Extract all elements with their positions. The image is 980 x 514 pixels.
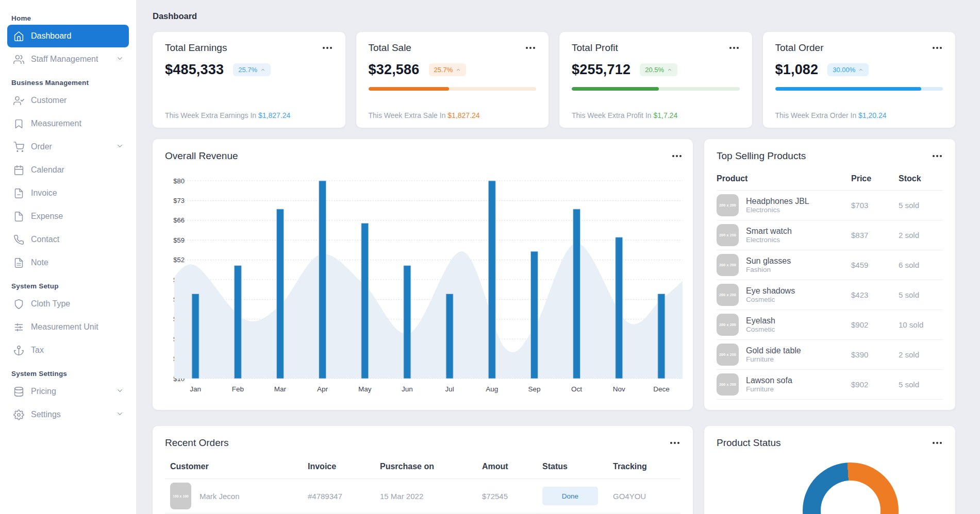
sidebar-item-customer[interactable]: Customer <box>7 89 129 112</box>
product-status-menu-icon[interactable] <box>932 440 943 446</box>
sidebar-item-cloth-type[interactable]: Cloth Type <box>7 293 129 315</box>
page-title: Dashboard <box>153 11 955 21</box>
sidebar-item-label: Cloth Type <box>31 299 70 309</box>
sidebar-item-tax[interactable]: Tax <box>7 339 129 362</box>
middle-row: Overall Revenue $80$73$66$59$52$45$38$31… <box>153 139 955 410</box>
sidebar-item-pricing[interactable]: Pricing <box>7 380 129 403</box>
sidebar-item-order[interactable]: Order <box>7 135 129 158</box>
sidebar-item-measurement-unit[interactable]: Measurement Unit <box>7 316 129 338</box>
product-row-smart-watch: 200 x 200Smart watchElectronics$8372 sol… <box>717 220 943 250</box>
revenue-bar-oct <box>573 209 580 379</box>
product-price: $459 <box>851 261 899 269</box>
stat-card-value: $255,712 <box>572 62 630 78</box>
sidebar-section-label: System Settings <box>7 368 129 380</box>
overall-revenue-menu-icon[interactable] <box>671 153 683 159</box>
sidebar-item-measurement[interactable]: Measurement <box>7 112 129 135</box>
revenue-bar-feb <box>234 266 241 379</box>
product-price: $703 <box>851 201 899 210</box>
order-purchase-on: 15 Mar 2022 <box>380 492 482 501</box>
chevron-down-icon <box>116 142 124 150</box>
product-stock: 6 sold <box>899 261 943 269</box>
sidebar-item-label: Order <box>31 142 52 151</box>
product-category: Electronics <box>746 206 809 214</box>
svg-text:Jul: Jul <box>445 385 454 393</box>
order-invoice: #4789347 <box>308 492 380 501</box>
svg-text:Mar: Mar <box>274 385 287 393</box>
file-text-icon <box>13 258 24 268</box>
stat-card-footer: This Week Extra Earnings In $1,827.24 <box>165 111 290 119</box>
main-content: Dashboard Total Earnings$485,33325.7%Thi… <box>136 0 980 514</box>
shopping-cart-icon <box>13 142 24 152</box>
anchor-icon <box>13 345 24 356</box>
revenue-bar-sep <box>530 251 538 379</box>
sidebar-item-label: Invoice <box>31 189 57 198</box>
top-selling-title: Top Selling Products <box>717 150 806 162</box>
svg-text:Apr: Apr <box>317 385 328 393</box>
sidebar-item-label: Dashboard <box>31 31 71 41</box>
stat-card-total-sale: Total Sale$32,58625.7%This Week Extra Sa… <box>356 32 549 128</box>
sidebar-item-label: Expense <box>31 212 63 221</box>
top-selling-menu-icon[interactable] <box>932 153 943 159</box>
chevron-up-icon <box>456 68 461 72</box>
stat-card-menu-icon[interactable] <box>322 45 333 51</box>
svg-text:$66: $66 <box>173 216 185 224</box>
users-icon <box>13 54 24 65</box>
chevron-up-icon <box>858 68 863 72</box>
product-status-card: Product Status <box>704 426 955 514</box>
product-stock: 5 sold <box>899 380 943 389</box>
sidebar-item-staff-management[interactable]: Staff Management <box>7 48 129 71</box>
recent-orders-card: Recent Orders Customer Invoice Pusrchase… <box>153 426 693 514</box>
product-row-lawson-sofa: 200 x 200Lawson sofaFurniture$9025 sold <box>717 370 943 400</box>
product-price: $390 <box>851 350 899 359</box>
svg-text:$80: $80 <box>173 177 185 185</box>
sidebar-item-expense[interactable]: Expense <box>7 205 129 228</box>
product-stock: 2 sold <box>899 350 943 359</box>
recent-orders-menu-icon[interactable] <box>669 440 680 446</box>
orders-table-header: Customer Invoice Pusrchase on Amout Stat… <box>165 462 680 479</box>
stat-card-title: Total Earnings <box>165 42 227 54</box>
sidebar-item-label: Calendar <box>31 165 64 175</box>
sidebar-item-label: Note <box>31 258 48 267</box>
stat-card-menu-icon[interactable] <box>932 45 943 51</box>
products-table-header: Product Price Stock <box>717 174 943 191</box>
stat-card-progress-bar <box>369 87 537 91</box>
revenue-bar-mar <box>276 209 284 379</box>
revenue-bar-jan <box>192 294 199 379</box>
stat-card-menu-icon[interactable] <box>525 45 536 51</box>
products-table-body: 200 x 200Headphones JBLElectronics$7035 … <box>717 191 943 400</box>
sidebar-item-invoice[interactable]: Invoice <box>7 182 129 204</box>
overall-revenue-title: Overall Revenue <box>165 150 238 162</box>
sidebar-item-settings[interactable]: Settings <box>7 403 129 426</box>
sidebar-item-label: Pricing <box>31 387 56 396</box>
col-status: Status <box>542 462 613 471</box>
product-status-donut <box>803 462 899 514</box>
svg-text:$59: $59 <box>173 236 185 244</box>
col-invoice: Invoice <box>308 462 380 471</box>
sidebar-item-dashboard[interactable]: Dashboard <box>7 25 129 47</box>
svg-text:$52: $52 <box>173 256 185 264</box>
revenue-bar-aug <box>488 181 495 379</box>
product-image-placeholder: 200 x 200 <box>717 284 739 306</box>
svg-text:Jan: Jan <box>190 385 201 393</box>
sidebar-item-label: Staff Management <box>31 55 98 64</box>
stat-card-total-order: Total Order$1,08230.00%This Week Extra O… <box>763 32 956 128</box>
stat-card-menu-icon[interactable] <box>728 45 740 51</box>
stat-card-badge: 30.00% <box>827 63 869 76</box>
stat-card-value: $1,082 <box>775 62 819 78</box>
home-icon <box>13 31 24 42</box>
stat-card-footer-amount: $1,20.24 <box>858 111 887 119</box>
file-minus-icon <box>13 188 24 199</box>
svg-text:Dece: Dece <box>653 385 670 393</box>
order-amount: $72545 <box>482 492 542 501</box>
product-row-sun-glasses: 200 x 200Sun glassesFashion$4596 sold <box>717 250 943 280</box>
overall-revenue-card: Overall Revenue $80$73$66$59$52$45$38$31… <box>153 139 693 410</box>
sidebar-item-calendar[interactable]: Calendar <box>7 159 129 181</box>
recent-orders-title: Recent Orders <box>165 437 229 449</box>
col-amount: Amout <box>482 462 542 471</box>
order-status-badge: Done <box>542 487 598 505</box>
sidebar-item-label: Measurement Unit <box>31 322 98 332</box>
col-purchase-on: Pusrchase on <box>380 462 482 471</box>
sidebar-item-note[interactable]: Note <box>7 251 129 274</box>
revenue-area-series <box>170 243 683 379</box>
sidebar-item-contact[interactable]: Contact <box>7 228 129 251</box>
